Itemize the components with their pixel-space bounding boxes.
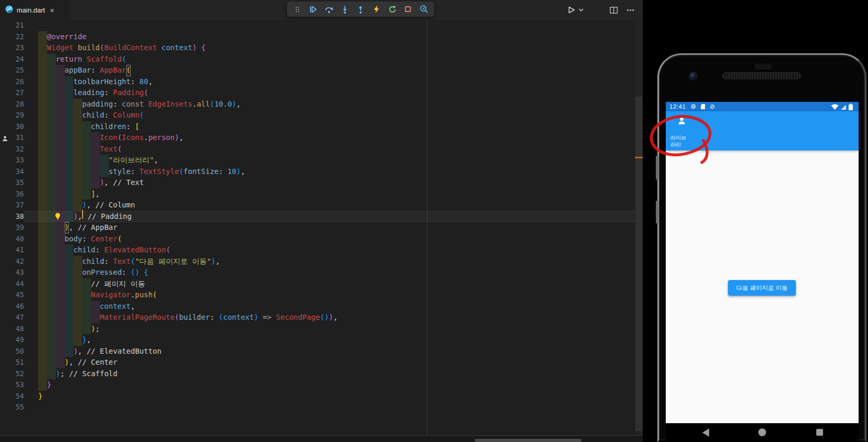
tab-bar: main.dart × [0,0,643,20]
code-line-33[interactable]: 33"라이브러리", [0,155,635,166]
code-line-48[interactable]: 48); [0,323,635,335]
code-line-53[interactable]: 53} [0,379,635,391]
line-number: 38 [10,211,24,223]
line-number: 48 [10,323,24,335]
line-number: 31 [10,132,24,144]
code-line-43[interactable]: 43onPressed: () { [0,267,635,278]
code-line-40[interactable]: 40body: Center( [0,234,635,245]
battery-icon [849,104,853,110]
restart-button[interactable] [387,4,398,15]
line-number: 55 [10,402,24,413]
split-editor-button[interactable] [607,4,620,16]
code-line-25[interactable]: 25appBar: AppBar( [0,65,635,76]
line-number: 35 [10,177,24,189]
line-number: 54 [10,391,24,402]
line-number: 23 [10,42,24,54]
code-line-27[interactable]: 27leading: Padding( [0,87,635,99]
scrollbar-thumb[interactable] [635,97,642,431]
line-number: 51 [10,357,24,368]
code-line-31[interactable]: 31Icon(Icons.person), [0,132,635,144]
code-line-47[interactable]: 47MaterialPageRoute(builder: (context) =… [0,312,635,323]
code-line-42[interactable]: 42child: Text("다음 페이지로 이동"), [0,256,635,267]
next-page-button[interactable]: 다음 페이지로 이동 [728,280,796,296]
phone-screen: 12:41 ⚙ ⊘ 라이브 러리 다음 페이지로 이동 [666,102,859,442]
back-icon[interactable] [702,428,709,437]
line-number: 47 [10,312,24,323]
line-number: 34 [10,166,24,178]
code-line-21[interactable]: 21 [0,20,635,31]
code-line-41[interactable]: 41child: ElevatedButton( [0,245,635,256]
step-out-button[interactable] [355,4,366,15]
front-camera [689,72,698,80]
code-line-51[interactable]: 51), // Center [0,357,635,368]
code-line-22[interactable]: 22@override [0,31,635,43]
status-time: 12:41 [669,103,686,110]
code-line-29[interactable]: 29child: Column( [0,110,635,121]
code-line-54[interactable]: 54} [0,391,635,402]
code-line-30[interactable]: 30children: [ [0,121,635,133]
line-number: 28 [10,99,24,110]
code-line-26[interactable]: 26toolbarHeight: 80, [0,76,635,88]
power-button [656,201,658,224]
line-number: 46 [10,301,24,312]
line-number: 52 [10,368,24,380]
tab-main-dart[interactable]: main.dart × [0,0,70,20]
close-icon[interactable]: × [50,6,54,14]
code-line-24[interactable]: 24return Scaffold( [0,54,635,65]
status-right-icons [830,103,855,110]
line-number: 27 [10,87,24,99]
hot-reload-icon[interactable] [371,4,382,15]
code-line-28[interactable]: 28padding: const EdgeInsets.all(10.0), [0,99,635,110]
home-icon[interactable] [758,428,766,436]
line-number: 42 [10,256,24,267]
code-line-45[interactable]: 45Navigator.push( [0,289,635,301]
line-number: 49 [10,334,24,346]
code-line-23[interactable]: 23Widget build(BuildContext context) { [0,42,635,54]
line-number: 39 [10,222,24,234]
widget-inspector-button[interactable] [418,4,430,15]
code-line-34[interactable]: 34style: TextStyle(fontSize: 10), [0,166,635,178]
code-line-52[interactable]: 52); // Scaffold [0,368,635,380]
code-line-44[interactable]: 44// 페이지 이동 [0,278,635,290]
drag-handle-icon[interactable] [292,4,303,15]
line-number: 26 [10,76,24,88]
code-line-39[interactable]: 39), // AppBar [0,222,635,234]
code-line-46[interactable]: 46context, [0,301,635,312]
chevron-down-icon[interactable] [577,4,585,16]
code-editor[interactable]: 2122@override23Widget build(BuildContext… [0,20,635,435]
code-line-50[interactable]: 50), // ElevatedButton [0,346,635,357]
recents-icon[interactable] [816,429,823,436]
appbar-label: 라이브 러리 [670,134,686,148]
code-line-37[interactable]: 37), // Column [0,200,635,211]
debug-toolbar [287,2,434,17]
lightbulb-icon[interactable] [54,212,62,224]
step-over-button[interactable] [323,4,335,15]
line-number: 33 [10,155,24,166]
code-line-35[interactable]: 35), // Text [0,177,635,189]
code-line-38[interactable]: 38), // Padding [0,211,635,223]
horizontal-scrollbar[interactable] [474,439,582,442]
volume-button [656,156,658,180]
screenshot-root: main.dart × [0,0,868,442]
run-button[interactable] [565,4,577,16]
code-line-36[interactable]: 36], [0,189,635,200]
tab-title: main.dart [17,6,45,14]
gear-icon: ⚙ [690,103,696,110]
line-number: 32 [10,144,24,155]
vertical-scrollbar[interactable] [635,20,643,442]
code-line-32[interactable]: 32Text( [0,144,635,155]
step-into-button[interactable] [339,4,351,15]
line-number: 25 [10,65,24,76]
earpiece-speaker [722,72,801,79]
line-number: 24 [10,54,24,65]
code-line-55[interactable]: 55 [0,402,635,413]
more-actions-button[interactable] [624,4,636,16]
line-number: 50 [10,346,24,357]
sd-card-icon [701,104,705,109]
app-bar: 라이브 러리 [666,111,859,150]
person-icon [677,117,686,127]
stop-button[interactable] [402,4,414,15]
line-number: 43 [10,267,24,278]
code-line-49[interactable]: 49}, [0,334,635,346]
continue-button[interactable] [307,4,319,15]
